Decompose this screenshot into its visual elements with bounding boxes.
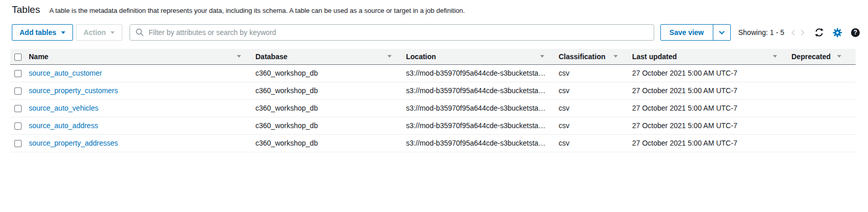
table-row: source_auto_vehicles c360_workshop_db s3…: [10, 99, 856, 117]
showing-count: Showing: 1 - 5: [738, 28, 785, 37]
table-row: source_auto_customer c360_workshop_db s3…: [10, 64, 856, 82]
cell-database: c360_workshop_db: [255, 64, 406, 82]
cell-database: c360_workshop_db: [255, 134, 406, 152]
previous-page-button[interactable]: [791, 29, 796, 36]
settings-button[interactable]: [833, 28, 842, 38]
table-body: source_auto_customer c360_workshop_db s3…: [10, 64, 856, 152]
help-icon: ?: [851, 28, 860, 37]
sort-caret-icon[interactable]: [387, 55, 392, 58]
page-header: Tables A table is the metadata definitio…: [0, 0, 868, 15]
cell-deprecated: [791, 82, 856, 99]
gear-icon: [833, 28, 842, 38]
tables-list: Name Database Location Classification La…: [10, 49, 856, 152]
column-header-database[interactable]: Database: [255, 49, 406, 64]
search-input[interactable]: [149, 28, 648, 37]
cell-location: s3://mod-b35970f95a644cde-s3bucketsta…: [406, 82, 559, 99]
sort-caret-icon[interactable]: [773, 55, 777, 58]
cell-location: s3://mod-b35970f95a644cde-s3bucketsta…: [406, 117, 559, 134]
table-name-link[interactable]: source_auto_address: [29, 121, 98, 130]
chevron-down-icon: [110, 31, 115, 34]
table-name-link[interactable]: source_auto_customer: [29, 69, 102, 77]
search-box[interactable]: [130, 24, 654, 41]
table-name-link[interactable]: source_property_addresses: [29, 139, 118, 147]
chevron-down-icon: [718, 30, 725, 35]
page-title: Tables: [12, 4, 40, 15]
row-checkbox[interactable]: [14, 105, 22, 112]
cell-location: s3://mod-b35970f95a644cde-s3bucketsta…: [406, 134, 559, 152]
cell-classification: csv: [559, 117, 632, 134]
column-header-deprecated[interactable]: Deprecated: [791, 49, 856, 64]
cell-last-updated: 27 October 2021 5:00 AM UTC-7: [632, 134, 791, 152]
save-view-button[interactable]: Save view: [661, 25, 713, 40]
chevron-left-icon: [791, 29, 796, 36]
table-row: source_property_addresses c360_workshop_…: [10, 134, 856, 152]
row-checkbox[interactable]: [14, 122, 22, 130]
column-header-name[interactable]: Name: [29, 49, 255, 64]
cell-deprecated: [791, 64, 856, 82]
save-view-dropdown-button[interactable]: [713, 25, 730, 40]
cell-location: s3://mod-b35970f95a644cde-s3bucketsta…: [406, 64, 559, 82]
refresh-icon: [815, 28, 824, 37]
column-header-location[interactable]: Location: [406, 49, 559, 64]
table-name-link[interactable]: source_auto_vehicles: [29, 104, 98, 112]
row-checkbox[interactable]: [14, 70, 22, 77]
cell-database: c360_workshop_db: [255, 82, 406, 99]
search-icon: [135, 28, 144, 37]
sort-caret-icon[interactable]: [837, 55, 841, 58]
select-all-checkbox[interactable]: [14, 54, 22, 61]
table-header-row: Name Database Location Classification La…: [10, 49, 856, 64]
add-tables-button[interactable]: Add tables: [12, 24, 73, 41]
cell-location: s3://mod-b35970f95a644cde-s3bucketsta…: [406, 99, 559, 117]
refresh-button[interactable]: [815, 28, 824, 37]
page-description: A table is the metadata definition that …: [49, 7, 465, 14]
cell-classification: csv: [559, 134, 632, 152]
chevron-right-icon: [800, 29, 805, 36]
cell-last-updated: 27 October 2021 5:00 AM UTC-7: [632, 117, 791, 134]
cell-deprecated: [791, 134, 856, 152]
row-checkbox[interactable]: [14, 87, 22, 95]
pagination: [791, 29, 805, 36]
add-tables-label: Add tables: [20, 28, 57, 37]
table-name-link[interactable]: source_property_customers: [29, 86, 118, 95]
next-page-button[interactable]: [800, 29, 805, 36]
action-label: Action: [84, 28, 106, 37]
sort-caret-icon[interactable]: [614, 55, 618, 58]
cell-classification: csv: [559, 82, 632, 99]
table-row: source_property_customers c360_workshop_…: [10, 82, 856, 99]
column-header-classification[interactable]: Classification: [559, 49, 632, 64]
toolbar: Add tables Action Save view Showing: 1 -…: [12, 24, 860, 41]
save-view-split-button: Save view: [660, 24, 731, 41]
cell-last-updated: 27 October 2021 5:00 AM UTC-7: [632, 82, 791, 99]
row-checkbox[interactable]: [14, 140, 22, 147]
table-row: source_auto_address c360_workshop_db s3:…: [10, 117, 856, 134]
sort-caret-icon[interactable]: [540, 55, 544, 58]
cell-classification: csv: [559, 64, 632, 82]
cell-deprecated: [791, 117, 856, 134]
cell-last-updated: 27 October 2021 5:00 AM UTC-7: [632, 64, 791, 82]
cell-database: c360_workshop_db: [255, 117, 406, 134]
help-button[interactable]: ?: [851, 28, 860, 37]
cell-classification: csv: [559, 99, 632, 117]
sort-caret-icon[interactable]: [237, 55, 241, 58]
cell-deprecated: [791, 99, 856, 117]
chevron-down-icon: [61, 31, 65, 34]
action-button[interactable]: Action: [76, 24, 123, 41]
cell-database: c360_workshop_db: [255, 99, 406, 117]
column-header-last-updated[interactable]: Last updated: [632, 49, 791, 64]
cell-last-updated: 27 October 2021 5:00 AM UTC-7: [632, 99, 791, 117]
